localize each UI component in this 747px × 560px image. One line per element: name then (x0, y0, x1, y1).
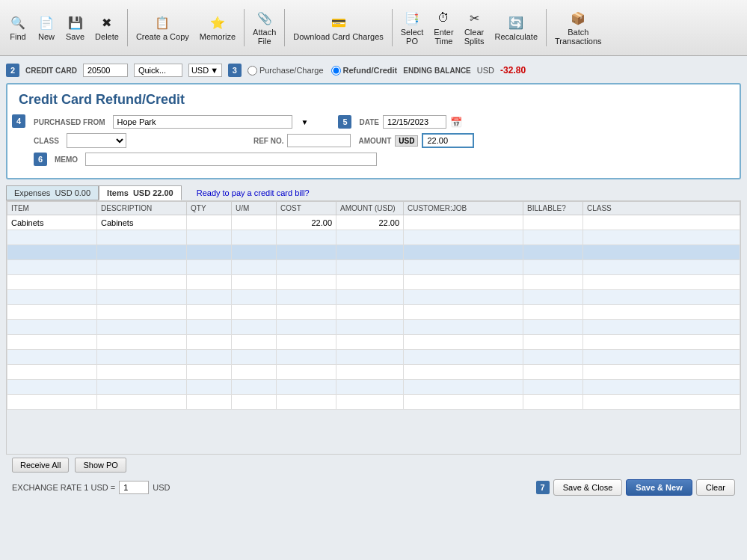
table-cell[interactable] (583, 245, 740, 260)
table-cell[interactable] (97, 305, 187, 320)
download-card-button[interactable]: 💳 Download Card Charges (289, 12, 387, 43)
table-cell[interactable] (187, 395, 232, 410)
table-cell[interactable]: 22.00 (277, 215, 336, 230)
table-cell[interactable] (523, 395, 583, 410)
recalculate-button[interactable]: 🔄 Recalculate (491, 12, 542, 43)
table-cell[interactable] (97, 230, 187, 245)
table-cell[interactable] (187, 275, 232, 290)
table-cell[interactable] (277, 335, 336, 350)
table-cell[interactable] (404, 320, 523, 335)
table-cell[interactable] (404, 305, 523, 320)
table-cell[interactable]: 22.00 (336, 215, 404, 230)
table-cell[interactable] (7, 350, 97, 365)
table-cell[interactable] (404, 380, 523, 395)
table-cell[interactable] (7, 395, 97, 410)
table-cell[interactable] (277, 380, 336, 395)
purchase-charge-radio[interactable] (248, 66, 257, 76)
table-cell[interactable]: Cabinets (7, 215, 97, 230)
table-cell[interactable] (187, 305, 232, 320)
table-cell[interactable] (232, 380, 277, 395)
attach-file-button[interactable]: 📎 Attach File (248, 7, 280, 48)
new-button[interactable]: 📄 New (33, 12, 60, 43)
table-row[interactable] (7, 290, 740, 305)
table-cell[interactable] (583, 350, 740, 365)
memorize-button[interactable]: ⭐ Memorize (195, 12, 240, 43)
table-cell[interactable] (7, 365, 97, 380)
clear-splits-button[interactable]: ✂ Clear Splits (460, 7, 489, 48)
table-cell[interactable] (97, 395, 187, 410)
table-cell[interactable] (336, 365, 404, 380)
cc-currency-dropdown[interactable]: USD ▼ (188, 64, 222, 77)
table-cell[interactable] (523, 230, 583, 245)
table-cell[interactable] (336, 290, 404, 305)
table-row[interactable] (7, 275, 740, 290)
table-row[interactable] (7, 320, 740, 335)
table-cell[interactable] (187, 335, 232, 350)
table-cell[interactable] (277, 350, 336, 365)
items-table-container[interactable]: ITEM DESCRIPTION QTY U/M COST AMOUNT (US… (6, 200, 741, 455)
table-cell[interactable] (187, 380, 232, 395)
table-cell[interactable] (232, 230, 277, 245)
table-cell[interactable] (583, 275, 740, 290)
table-cell[interactable] (97, 380, 187, 395)
purchase-charge-option[interactable]: Purchase/Charge (248, 66, 324, 76)
table-cell[interactable] (187, 350, 232, 365)
table-cell[interactable] (97, 290, 187, 305)
table-cell[interactable] (232, 350, 277, 365)
credit-card-link[interactable]: Ready to pay a credit card bill? (197, 188, 310, 197)
clear-button[interactable]: Clear (696, 479, 735, 496)
table-cell[interactable] (404, 215, 523, 230)
table-cell[interactable] (523, 290, 583, 305)
table-cell[interactable] (97, 320, 187, 335)
class-select[interactable] (67, 133, 126, 148)
table-cell[interactable] (336, 305, 404, 320)
table-cell[interactable] (404, 395, 523, 410)
table-cell[interactable] (336, 395, 404, 410)
table-row[interactable] (7, 230, 740, 245)
table-cell[interactable] (336, 335, 404, 350)
table-cell[interactable] (336, 380, 404, 395)
table-cell[interactable] (523, 320, 583, 335)
table-cell[interactable] (523, 275, 583, 290)
table-cell[interactable] (232, 245, 277, 260)
table-cell[interactable] (277, 260, 336, 275)
table-cell[interactable] (97, 365, 187, 380)
table-cell[interactable] (404, 365, 523, 380)
table-cell[interactable] (277, 305, 336, 320)
table-cell[interactable] (523, 260, 583, 275)
table-cell[interactable] (583, 305, 740, 320)
table-row[interactable] (7, 305, 740, 320)
table-cell[interactable] (7, 320, 97, 335)
table-cell[interactable] (404, 245, 523, 260)
save-close-button[interactable]: Save & Close (553, 479, 623, 496)
table-cell[interactable] (187, 365, 232, 380)
table-row[interactable] (7, 395, 740, 410)
table-cell[interactable] (187, 290, 232, 305)
table-cell[interactable] (277, 395, 336, 410)
table-cell[interactable] (187, 260, 232, 275)
cc-number-input[interactable] (83, 64, 128, 77)
table-cell[interactable] (523, 305, 583, 320)
items-tab[interactable]: Items USD 22.00 (99, 185, 182, 200)
find-button[interactable]: 🔍 Find (4, 12, 31, 43)
table-row[interactable]: CabinetsCabinets22.0022.00 (7, 215, 740, 230)
table-cell[interactable] (7, 230, 97, 245)
table-cell[interactable] (7, 380, 97, 395)
table-cell[interactable] (277, 245, 336, 260)
table-cell[interactable] (523, 215, 583, 230)
receive-all-button[interactable]: Receive All (12, 458, 69, 473)
table-row[interactable] (7, 365, 740, 380)
table-row[interactable] (7, 245, 740, 260)
table-cell[interactable] (336, 245, 404, 260)
table-cell[interactable] (404, 230, 523, 245)
table-cell[interactable] (336, 260, 404, 275)
table-cell[interactable] (232, 320, 277, 335)
table-cell[interactable] (583, 365, 740, 380)
table-cell[interactable] (97, 350, 187, 365)
purchased-from-input[interactable] (113, 115, 292, 129)
table-cell[interactable] (336, 275, 404, 290)
table-cell[interactable] (97, 260, 187, 275)
table-cell[interactable] (7, 290, 97, 305)
ref-no-input[interactable] (287, 134, 351, 147)
table-cell[interactable] (404, 335, 523, 350)
